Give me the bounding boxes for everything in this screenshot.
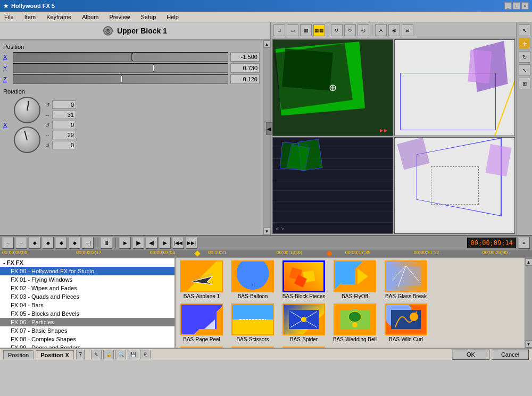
side-btn-eye[interactable]: ⊞ xyxy=(519,78,530,89)
menu-setup[interactable]: Setup xyxy=(139,13,159,21)
rot-val-1[interactable]: 0 xyxy=(52,100,76,109)
menu-album[interactable]: Album xyxy=(80,13,101,21)
rotation-x-knob-1[interactable] xyxy=(14,97,40,123)
preview-bottom-right[interactable] xyxy=(394,137,515,234)
fx-item-fly[interactable]: FX 01 - Flying Windows xyxy=(0,275,174,284)
side-btn-rotate[interactable]: ↻ xyxy=(519,51,530,63)
restore-button[interactable]: □ xyxy=(513,2,520,10)
preview-btn-dot[interactable]: ◉ xyxy=(388,24,400,36)
timeline-ruler[interactable]: 00;00;00;00 00;00;03;17 00;00;07;04 00;1… xyxy=(0,250,532,257)
fx-item-studio[interactable]: FX 00 - Hollywood FX for Studio xyxy=(0,267,174,275)
effect-extra3[interactable] xyxy=(280,347,328,348)
tl-key1[interactable]: ◆ xyxy=(29,237,40,249)
tl-key3[interactable]: ◆ xyxy=(55,237,67,249)
preview-top-right[interactable] xyxy=(394,39,515,136)
fx-item-basic[interactable]: FX 07 - Basic Shapes xyxy=(0,326,174,335)
status-tab-position[interactable]: Position xyxy=(3,350,34,359)
status-icon-copy[interactable]: ⎘ xyxy=(140,350,151,359)
fx-item-bars[interactable]: FX 04 - Bars xyxy=(0,301,174,309)
effect-flyoff[interactable]: BAS-FlyOff xyxy=(331,260,379,299)
status-icon-save[interactable]: 💾 xyxy=(128,350,138,359)
ok-button[interactable]: OK xyxy=(452,349,489,360)
effect-pagepeel[interactable]: BAS-Page Peel xyxy=(178,304,226,342)
preview-btn-7[interactable]: ◎ xyxy=(358,24,369,36)
tl-next-frame[interactable]: |▶ xyxy=(132,237,144,249)
rot-val-5[interactable]: 0 xyxy=(52,141,76,149)
effect-block[interactable]: BAS-Block Pieces xyxy=(280,260,328,299)
fx-item-wipes[interactable]: FX 02 - Wipes and Fades xyxy=(0,284,174,292)
menu-preview[interactable]: Preview xyxy=(107,13,132,21)
page-number[interactable]: 7 xyxy=(76,350,85,359)
effect-balloon[interactable]: BAS-Balloon xyxy=(229,260,277,299)
fx-item-doors[interactable]: FX 09 - Doors and Borders xyxy=(0,343,174,348)
menu-help[interactable]: Help xyxy=(164,13,181,21)
left-panel-scrollbar[interactable]: ▲ ▼ xyxy=(263,40,270,235)
y-slider[interactable] xyxy=(13,63,228,73)
status-icon-lock[interactable]: 🔒 xyxy=(103,350,114,359)
tl-play2[interactable]: ▶ xyxy=(159,237,171,249)
close-button[interactable]: × xyxy=(521,2,529,10)
tl-rewind[interactable]: |◀◀ xyxy=(172,237,184,249)
side-btn-move[interactable]: ✛ xyxy=(519,38,530,49)
tl-redo[interactable]: → xyxy=(15,237,27,249)
effect-extra1[interactable] xyxy=(178,347,226,348)
status-icon-zoom[interactable]: 🔍 xyxy=(115,350,126,359)
fx-list-header[interactable]: - FX FX xyxy=(0,258,174,267)
effects-scroll-down[interactable]: ▼ xyxy=(525,340,533,348)
scroll-down[interactable]: ▼ xyxy=(263,228,271,235)
z-axis-label[interactable]: Z xyxy=(3,76,11,82)
rotation-x-knob-2[interactable] xyxy=(14,127,40,153)
preview-btn-5[interactable]: ↺ xyxy=(331,24,343,36)
side-btn-arrow[interactable]: ↖ xyxy=(519,24,530,36)
tl-goto[interactable]: →| xyxy=(82,237,94,249)
effect-wedding[interactable]: BAS-Wedding Bell xyxy=(331,304,379,342)
tl-delete[interactable]: 🗑 xyxy=(101,237,112,249)
effect-scissors[interactable]: BAS-Scissors xyxy=(229,304,277,342)
tl-key4[interactable]: ◆ xyxy=(69,237,80,249)
effect-spider[interactable]: BAS-Spider xyxy=(280,304,328,342)
y-axis-label[interactable]: Y xyxy=(3,65,11,71)
preview-btn-A[interactable]: A xyxy=(375,24,387,36)
y-value[interactable]: 0.730 xyxy=(230,63,260,73)
effects-scrollbar[interactable]: ▲ ▼ xyxy=(525,258,532,348)
effects-scroll-up[interactable]: ▲ xyxy=(525,258,533,266)
preview-btn-4[interactable]: ▦▦ xyxy=(313,24,325,36)
z-slider[interactable] xyxy=(13,74,228,84)
tl-undo[interactable]: ← xyxy=(2,237,14,249)
rot-val-2[interactable]: 31 xyxy=(52,111,76,119)
preview-btn-3[interactable]: ▦ xyxy=(300,24,312,36)
z-value[interactable]: -0.120 xyxy=(230,74,260,84)
rot-val-4[interactable]: 29 xyxy=(52,131,76,139)
status-tab-position-x[interactable]: Position X xyxy=(36,350,74,359)
preview-btn-x[interactable]: ⊟ xyxy=(402,24,413,36)
rot-val-3[interactable]: 0 xyxy=(52,121,76,129)
preview-btn-1[interactable]: □ xyxy=(273,24,285,36)
x-value[interactable]: -1.500 xyxy=(230,52,260,62)
preview-btn-6[interactable]: ↻ xyxy=(344,24,356,36)
fx-item-quads[interactable]: FX 03 - Quads and Pieces xyxy=(0,292,174,301)
tl-play[interactable]: ▶ xyxy=(119,237,131,249)
scroll-up[interactable]: ▲ xyxy=(263,40,271,48)
preview-bottom-left[interactable]: ↙ ↘ xyxy=(272,137,393,234)
x-axis-label[interactable]: X xyxy=(3,54,11,60)
minimize-button[interactable]: _ xyxy=(504,2,512,10)
tl-ffwd[interactable]: ▶▶| xyxy=(186,237,197,249)
side-btn-scale[interactable]: ⤡ xyxy=(519,64,530,76)
menu-keyframe[interactable]: Keyframe xyxy=(44,13,73,21)
effect-glassbreak[interactable]: BAS-Glass Break xyxy=(382,260,430,299)
effect-wildcurl[interactable]: BAS-Wild Curl xyxy=(382,304,430,342)
menu-file[interactable]: File xyxy=(2,13,16,21)
rotation-x-label[interactable]: X xyxy=(3,122,11,128)
effect-airplane[interactable]: BAS-Airplane 1 xyxy=(178,260,226,299)
tl-key2[interactable]: ◆ xyxy=(42,237,54,249)
fx-item-particles[interactable]: FX 06 - Particles xyxy=(0,318,174,326)
tl-menu[interactable]: ≡ xyxy=(518,237,530,249)
effect-extra2[interactable] xyxy=(229,347,277,348)
fx-item-complex[interactable]: FX 08 - Complex Shapes xyxy=(0,335,174,343)
menu-item[interactable]: Item xyxy=(22,13,38,21)
collapse-arrow[interactable]: ◀ xyxy=(266,122,272,135)
x-slider[interactable] xyxy=(13,52,228,62)
status-icon-pencil[interactable]: ✎ xyxy=(91,350,102,359)
tl-prev-frame[interactable]: ◀| xyxy=(146,237,157,249)
fx-item-blocks[interactable]: FX 05 - Blocks and Bevels xyxy=(0,309,174,318)
